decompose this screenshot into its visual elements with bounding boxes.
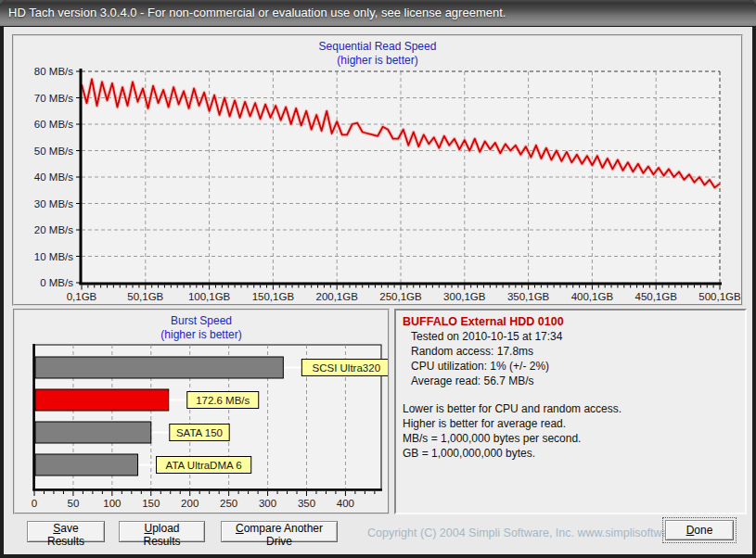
svg-text:400: 400 bbox=[337, 498, 354, 509]
svg-text:350,1GB: 350,1GB bbox=[507, 291, 550, 302]
svg-text:172.6 MB/s: 172.6 MB/s bbox=[196, 395, 250, 406]
svg-text:400,1GB: 400,1GB bbox=[571, 291, 614, 302]
svg-text:100,1GB: 100,1GB bbox=[188, 291, 231, 302]
note-gb-definition: GB = 1,000,000,000 bytes. bbox=[403, 446, 738, 461]
svg-text:0,1GB: 0,1GB bbox=[67, 291, 97, 302]
svg-text:0 MB/s: 0 MB/s bbox=[40, 277, 73, 288]
upload-results-button[interactable]: Upload Results bbox=[119, 521, 205, 542]
drive-info-content: BUFFALO External HDD 0100 Tested on 2010… bbox=[396, 311, 745, 465]
svg-text:450,1GB: 450,1GB bbox=[634, 291, 677, 302]
window-title: HD Tach version 3.0.4.0 - For non-commer… bbox=[0, 0, 756, 26]
svg-text:10 MB/s: 10 MB/s bbox=[34, 251, 73, 262]
client-area: 0 MB/s10 MB/s20 MB/s30 MB/s40 MB/s50 MB/… bbox=[4, 27, 752, 554]
drive-name: BUFFALO External HDD 0100 bbox=[403, 315, 738, 329]
svg-text:200,1GB: 200,1GB bbox=[315, 291, 358, 302]
average-read-line: Average read: 56.7 MB/s bbox=[411, 374, 738, 388]
svg-text:SATA 150: SATA 150 bbox=[176, 427, 223, 438]
svg-text:200: 200 bbox=[181, 498, 199, 509]
svg-text:50: 50 bbox=[68, 498, 80, 509]
random-access-line: Random access: 17.8ms bbox=[411, 344, 738, 359]
burst-speed-chart: 050100150200250300350400SCSI Ultra320172… bbox=[15, 311, 388, 513]
sequential-read-chart: 0 MB/s10 MB/s20 MB/s30 MB/s40 MB/s50 MB/… bbox=[14, 36, 741, 304]
svg-text:50 MB/s: 50 MB/s bbox=[34, 146, 73, 157]
svg-text:60 MB/s: 60 MB/s bbox=[34, 119, 73, 130]
svg-text:500,1GB: 500,1GB bbox=[698, 291, 741, 302]
done-button-focus-ring: Done bbox=[662, 517, 737, 543]
svg-text:250,1GB: 250,1GB bbox=[379, 291, 422, 302]
svg-text:150,1GB: 150,1GB bbox=[252, 291, 295, 302]
burst-speed-panel: 050100150200250300350400SCSI Ultra320172… bbox=[13, 309, 390, 514]
hd-tach-window: HD Tach version 3.0.4.0 - For non-commer… bbox=[0, 0, 756, 558]
svg-text:300,1GB: 300,1GB bbox=[443, 291, 486, 302]
svg-text:SCSI Ultra320: SCSI Ultra320 bbox=[313, 362, 381, 374]
svg-text:30 MB/s: 30 MB/s bbox=[34, 198, 73, 209]
svg-text:40 MB/s: 40 MB/s bbox=[34, 171, 73, 183]
svg-text:50,1GB: 50,1GB bbox=[127, 291, 163, 302]
note-mbs-definition: MB/s = 1,000,000 bytes per second. bbox=[403, 431, 738, 446]
svg-text:ATA UltraDMA 6: ATA UltraDMA 6 bbox=[166, 460, 242, 471]
note-higher-better: Higher is better for average read. bbox=[403, 416, 738, 431]
svg-text:20 MB/s: 20 MB/s bbox=[34, 224, 73, 235]
copyright-text: Copyright (C) 2004 Simpli Software, Inc.… bbox=[367, 526, 704, 539]
svg-text:0: 0 bbox=[32, 498, 37, 509]
save-results-button[interactable]: Save Results bbox=[27, 521, 105, 542]
compare-another-drive-button[interactable]: Compare Another Drive bbox=[221, 521, 338, 542]
sequential-read-panel: 0 MB/s10 MB/s20 MB/s30 MB/s40 MB/s50 MB/… bbox=[12, 34, 743, 306]
tested-on-line: Tested on 2010-10-15 at 17:34 bbox=[411, 329, 738, 344]
drive-info-panel: BUFFALO External HDD 0100 Tested on 2010… bbox=[394, 309, 747, 514]
window-titlebar[interactable]: HD Tach version 3.0.4.0 - For non-commer… bbox=[0, 0, 756, 27]
svg-text:80 MB/s: 80 MB/s bbox=[34, 66, 73, 77]
svg-text:100: 100 bbox=[103, 498, 121, 509]
svg-text:300: 300 bbox=[259, 498, 276, 509]
done-button[interactable]: Done bbox=[665, 520, 734, 540]
svg-text:150: 150 bbox=[142, 498, 160, 509]
info-notes: Lower is better for CPU and random acces… bbox=[403, 401, 738, 461]
svg-text:350: 350 bbox=[298, 498, 315, 509]
cpu-utilization-line: CPU utilization: 1% (+/- 2%) bbox=[411, 359, 738, 374]
svg-text:70 MB/s: 70 MB/s bbox=[34, 93, 73, 104]
note-lower-better: Lower is better for CPU and random acces… bbox=[403, 401, 738, 416]
svg-text:250: 250 bbox=[220, 498, 237, 509]
